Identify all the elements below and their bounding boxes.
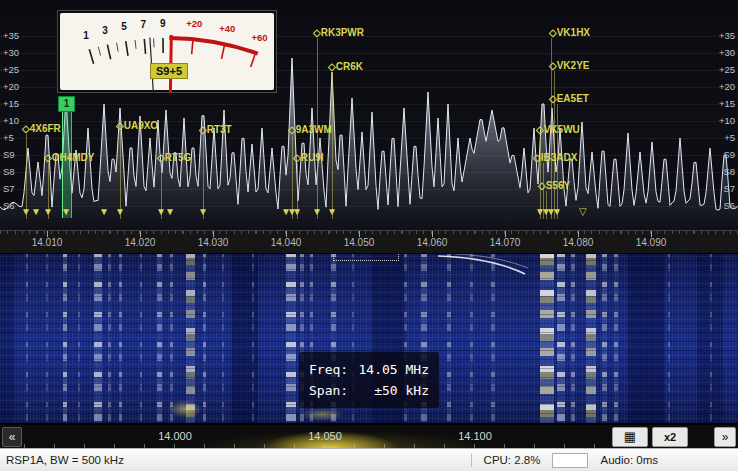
band-frequency-label: 14.100 xyxy=(451,430,499,442)
station-spot-label[interactable]: ◇CR6K xyxy=(328,61,363,72)
db-axis-label-left: +15 xyxy=(3,98,19,109)
frequency-label: 14.020 xyxy=(116,237,164,248)
svg-text:3: 3 xyxy=(102,25,108,36)
spot-arrow-icon[interactable]: ▼ xyxy=(312,207,322,217)
db-axis-label-right: +25 xyxy=(719,64,735,75)
db-axis-label-left: S8 xyxy=(3,166,15,177)
svg-text:5: 5 xyxy=(121,21,127,32)
svg-text:9: 9 xyxy=(160,18,166,29)
db-axis-label-right: S9 xyxy=(723,149,735,160)
memory-marker-number[interactable]: 1 xyxy=(58,96,75,112)
station-spot-label[interactable]: ◇OH4MDY xyxy=(44,152,94,163)
db-axis-label-left: +10 xyxy=(3,115,19,126)
indicator-box xyxy=(552,453,588,468)
station-spot-label[interactable]: ◇S56Y xyxy=(538,180,570,191)
station-spot-label[interactable]: ◇EA5ET xyxy=(549,93,589,104)
spot-arrow-icon[interactable]: ▼ xyxy=(21,207,31,217)
spot-arrow-icon[interactable]: ▼ xyxy=(31,207,41,217)
s-meter-reading: S9+5 xyxy=(150,63,188,79)
sdr-application-window: 1 13579+20+40+60 S9+5 +35+35+30+30+25+25… xyxy=(0,0,738,471)
db-axis-label-right: +30 xyxy=(719,47,735,58)
status-separator xyxy=(471,454,472,467)
svg-text:1: 1 xyxy=(83,30,89,41)
station-spot-label[interactable]: ◇IB3ADX xyxy=(533,152,577,163)
waterfall-signal-blob xyxy=(168,400,202,418)
span-value: ±50 kHz xyxy=(374,380,429,401)
db-axis-label-left: +20 xyxy=(3,81,19,92)
svg-text:+60: +60 xyxy=(251,32,267,43)
cpu-usage: CPU: 2.8% xyxy=(484,454,541,466)
svg-text:+40: +40 xyxy=(219,23,235,34)
station-spot-label[interactable]: ◇9A3WM xyxy=(288,124,332,135)
db-axis-label-right: +20 xyxy=(719,81,735,92)
spot-arrow-icon[interactable]: ▼ xyxy=(61,207,71,217)
waterfall-panel[interactable]: Freq: 14.05 MHz Span: ±50 kHz xyxy=(0,252,738,423)
db-axis-label-left: S7 xyxy=(3,183,15,194)
station-marker-line xyxy=(332,72,333,219)
station-spot-label[interactable]: ◇4X6FR xyxy=(22,123,61,134)
span-label: Span: xyxy=(309,380,348,401)
station-spot-label[interactable]: ◇RU9I xyxy=(293,152,323,163)
frequency-label: 14.080 xyxy=(554,237,602,248)
db-axis-label-left: S9 xyxy=(3,149,15,160)
db-axis-label-right: S8 xyxy=(723,166,735,177)
frequency-label: 14.070 xyxy=(481,237,529,248)
db-axis-label-left: +5 xyxy=(3,132,14,143)
info-overlay: Freq: 14.05 MHz Span: ±50 kHz xyxy=(299,352,439,408)
frequency-label: 14.060 xyxy=(408,237,456,248)
svg-text:+20: +20 xyxy=(186,18,202,29)
spot-arrow-icon[interactable]: ▼ xyxy=(99,207,109,217)
db-axis-label-right: S7 xyxy=(723,183,735,194)
db-axis-label-left: S6 xyxy=(3,200,15,211)
db-axis-label-left: +35 xyxy=(3,30,19,41)
frequency-scale[interactable]: 14.01014.02014.03014.04014.05014.06014.0… xyxy=(0,230,738,254)
band-frequency-label: 14.050 xyxy=(301,430,349,442)
frequency-label: 14.050 xyxy=(335,237,383,248)
status-bar: RSP1A, BW = 500 kHz CPU: 2.8% Audio: 0ms xyxy=(0,448,738,471)
station-spot-label[interactable]: ◇VK2YE xyxy=(549,60,589,71)
station-spot-label[interactable]: ◇RT5G xyxy=(157,152,191,163)
band-scale[interactable]: 14.00014.05014.100 xyxy=(24,425,608,449)
spot-arrow-icon[interactable]: ▼ xyxy=(292,207,302,217)
frequency-label: 14.040 xyxy=(262,237,310,248)
waterfall-signal-blob xyxy=(300,408,344,421)
frequency-label: 14.030 xyxy=(189,237,237,248)
station-spot-label[interactable]: ◇RT3T xyxy=(199,124,232,135)
audio-latency: Audio: 0ms xyxy=(600,454,658,466)
band-frequency-label: 14.000 xyxy=(151,430,199,442)
db-axis-label-right: +5 xyxy=(724,132,735,143)
db-axis-label-right: +15 xyxy=(719,98,735,109)
spot-arrow-icon[interactable]: ▼ xyxy=(198,207,208,217)
freq-value: 14.05 MHz xyxy=(359,359,429,380)
scroll-left-button[interactable]: « xyxy=(2,427,22,447)
svg-text:7: 7 xyxy=(141,19,147,30)
db-axis-label-right: S6 xyxy=(723,200,735,211)
spot-arrow-icon[interactable]: ▼ xyxy=(327,207,337,217)
station-spot-label[interactable]: ◇VK5WU xyxy=(536,124,580,135)
db-axis-label-right: +10 xyxy=(719,115,735,126)
db-axis-label-right: +35 xyxy=(719,30,735,41)
frequency-label: 14.010 xyxy=(23,237,71,248)
spot-arrow-icon[interactable]: ▼ xyxy=(115,207,125,217)
station-spot-label[interactable]: ◇VK1HX xyxy=(549,27,590,38)
keypad-button[interactable]: ▦ xyxy=(612,427,648,447)
s-meter: 13579+20+40+60 xyxy=(57,10,277,97)
station-spot-label[interactable]: ◇UA9XO xyxy=(116,120,158,131)
scroll-right-button[interactable]: » xyxy=(714,427,736,447)
db-axis-label-left: +30 xyxy=(3,47,19,58)
spot-arrow-icon[interactable]: ▼ xyxy=(43,207,53,217)
spectrum-panel[interactable]: 1 13579+20+40+60 S9+5 +35+35+30+30+25+25… xyxy=(0,0,738,230)
spot-arrow-icon[interactable]: ▼ xyxy=(552,207,562,217)
db-axis-label-left: +25 xyxy=(3,64,19,75)
freq-label: Freq: xyxy=(309,359,348,380)
zoom-x2-button[interactable]: x2 xyxy=(652,427,688,447)
spot-arrow-icon[interactable]: ▼ xyxy=(165,207,175,217)
device-status: RSP1A, BW = 500 kHz xyxy=(6,454,124,466)
keypad-icon: ▦ xyxy=(624,429,636,444)
station-spot-label[interactable]: ◇RK3PWR xyxy=(313,27,364,38)
frequency-label: 14.090 xyxy=(627,237,675,248)
spot-arrow-hollow-icon[interactable]: ▽ xyxy=(579,207,587,217)
band-navigation-bar: « 14.00014.05014.100 ▦ x2 » xyxy=(0,424,738,449)
